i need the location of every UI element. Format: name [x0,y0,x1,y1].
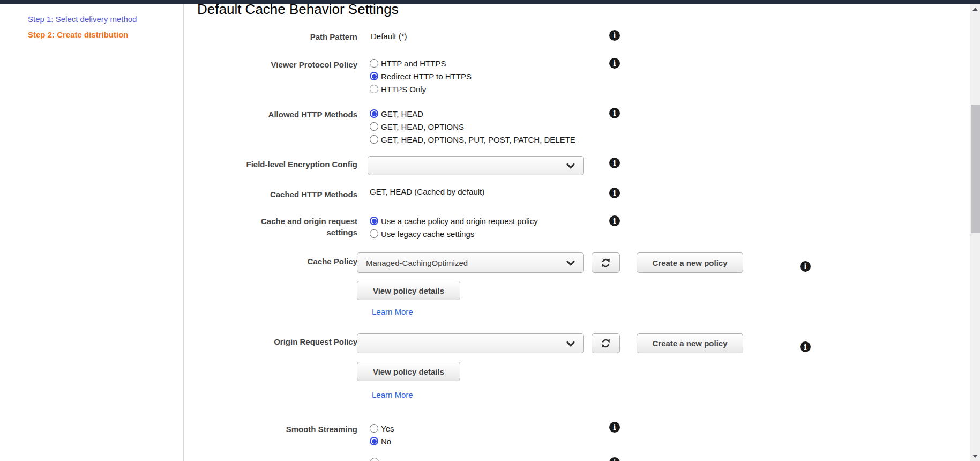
radio-option[interactable]: HTTPS Only [370,83,472,95]
radio-option[interactable]: Use legacy cache settings [370,227,538,240]
allowed-http-methods-options: GET, HEADGET, HEAD, OPTIONSGET, HEAD, OP… [370,107,575,146]
path-pattern-value: Default (*) [371,32,407,41]
info-icon[interactable]: i [609,158,620,168]
allowed-http-methods-label: Allowed HTTP Methods [234,109,357,120]
origin-request-policy-create-button[interactable]: Create a new policy [637,333,743,353]
smooth-streaming-label: Smooth Streaming [234,423,357,435]
origin-request-policy-learn-more-link[interactable]: Learn More [372,390,413,399]
radio-unselected-icon[interactable] [370,59,378,68]
info-icon[interactable]: i [609,30,620,41]
chevron-down-icon [566,163,575,169]
radio-option-label: GET, HEAD [381,109,423,118]
radio-option-label: GET, HEAD, OPTIONS [381,122,464,131]
sidebar-step2-current: Step 2: Create distribution [28,30,129,39]
info-icon[interactable]: i [609,422,620,433]
cached-http-methods-value: GET, HEAD (Cached by default) [370,187,484,196]
radio-unselected-icon[interactable] [370,458,379,461]
scrollbar-thumb[interactable] [971,105,980,233]
radio-option[interactable]: Redirect HTTP to HTTPS [370,70,472,83]
cache-policy-details-button[interactable]: View policy details [357,281,460,300]
cache-origin-settings-label: Cache and origin request settings [234,215,357,238]
radio-option-label: Redirect HTTP to HTTPS [381,72,472,81]
vertical-scrollbar[interactable] [970,4,980,461]
cache-policy-value: Managed-CachingOptimized [357,258,468,267]
cache-origin-settings-options: Use a cache policy and origin request po… [370,214,538,240]
radio-selected-icon[interactable] [370,217,378,225]
cache-policy-create-button[interactable]: Create a new policy [637,252,743,273]
radio-selected-icon[interactable] [370,109,378,118]
radio-option[interactable]: Yes [370,422,394,435]
page-title: Default Cache Behavior Settings [197,1,399,18]
radio-option-label: HTTP and HTTPS [381,59,446,68]
scroll-down-button[interactable] [970,451,980,461]
radio-selected-icon[interactable] [370,72,378,80]
cache-policy-learn-more-link[interactable]: Learn More [372,307,413,316]
origin-request-policy-details-button[interactable]: View policy details [357,362,460,381]
chevron-down-icon [566,260,575,266]
radio-option-label: GET, HEAD, OPTIONS, PUT, POST, PATCH, DE… [381,135,575,144]
info-icon[interactable]: i [609,108,620,118]
refresh-icon [601,338,611,348]
top-navigation-bar-edge [0,0,980,4]
down-arrow-icon [972,455,978,458]
radio-option[interactable]: Use a cache policy and origin request po… [370,214,538,227]
radio-unselected-icon[interactable] [370,135,378,144]
field-level-encryption-select[interactable] [368,156,584,175]
field-level-encryption-label: Field-level Encryption Config [234,159,357,170]
cache-policy-refresh-button[interactable] [592,252,620,273]
info-icon[interactable]: i [609,58,620,69]
sidebar-step1-link[interactable]: Step 1: Select delivery method [28,14,137,24]
radio-option[interactable]: HTTP and HTTPS [370,57,472,70]
up-arrow-icon [972,8,978,11]
sidebar-divider [183,4,184,461]
radio-option-label: HTTPS Only [381,85,426,94]
radio-option[interactable]: GET, HEAD, OPTIONS, PUT, POST, PATCH, DE… [370,133,575,146]
cached-http-methods-label: Cached HTTP Methods [234,189,357,200]
chevron-down-icon [566,341,575,347]
radio-unselected-icon[interactable] [370,85,378,93]
radio-unselected-icon[interactable] [370,122,378,131]
info-icon[interactable]: i [800,261,811,272]
scroll-up-button[interactable] [970,4,980,14]
origin-request-policy-label: Origin Request Policy [234,336,357,347]
radio-unselected-icon[interactable] [370,229,378,238]
radio-option[interactable]: GET, HEAD [370,107,575,120]
info-icon[interactable]: i [609,188,620,198]
cache-policy-select[interactable]: Managed-CachingOptimized [357,252,584,273]
radio-option[interactable]: GET, HEAD, OPTIONS [370,120,575,133]
cache-policy-label: Cache Policy [234,256,357,267]
radio-option[interactable]: No [370,435,394,448]
info-icon[interactable]: i [800,341,811,352]
radio-unselected-icon[interactable] [370,424,378,433]
path-pattern-label: Path Pattern [234,31,357,42]
radio-option-label: Use legacy cache settings [381,229,474,239]
radio-selected-icon[interactable] [370,437,378,445]
origin-request-policy-refresh-button[interactable] [592,333,620,353]
smooth-streaming-options: YesNo [370,422,394,448]
origin-request-policy-select[interactable] [357,333,584,353]
info-icon[interactable]: i [609,457,620,461]
radio-option-label: Yes [381,424,394,433]
radio-option-label: Use a cache policy and origin request po… [381,217,538,226]
radio-option-label: No [381,437,391,446]
viewer-protocol-policy-options: HTTP and HTTPSRedirect HTTP to HTTPSHTTP… [370,57,472,95]
info-icon[interactable]: i [609,215,620,226]
refresh-icon [601,258,611,268]
viewer-protocol-policy-label: Viewer Protocol Policy [234,59,357,70]
